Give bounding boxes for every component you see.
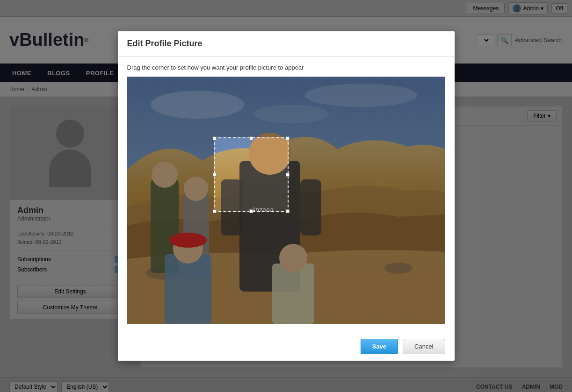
modal-instruction: Drag the corner to set how you want your… bbox=[127, 64, 445, 71]
crop-handle-bottomleft[interactable] bbox=[213, 209, 217, 213]
save-button[interactable]: Save bbox=[361, 339, 398, 354]
crop-handle-topleft[interactable] bbox=[213, 136, 217, 140]
svg-point-1 bbox=[151, 91, 244, 119]
crop-handle-middleright[interactable] bbox=[286, 173, 290, 177]
crop-handle-bottomright[interactable] bbox=[286, 209, 290, 213]
crop-handle-middleleft[interactable] bbox=[213, 173, 217, 177]
cancel-button[interactable]: Cancel bbox=[403, 339, 445, 354]
crop-handle-bottommiddle[interactable] bbox=[249, 209, 253, 213]
modal-header: Edit Profile Picture bbox=[118, 31, 455, 57]
svg-point-3 bbox=[253, 105, 328, 123]
svg-point-2 bbox=[305, 84, 417, 107]
crop-selection[interactable] bbox=[214, 137, 289, 212]
crop-handle-topmiddle[interactable] bbox=[249, 136, 253, 140]
modal-overlay: Edit Profile Picture Drag the corner to … bbox=[0, 0, 572, 392]
modal-title: Edit Profile Picture bbox=[127, 39, 445, 49]
photo-container[interactable]: Arizona bbox=[127, 77, 445, 324]
crop-handle-topright[interactable] bbox=[286, 136, 290, 140]
edit-profile-picture-modal: Edit Profile Picture Drag the corner to … bbox=[118, 31, 455, 361]
modal-body: Drag the corner to set how you want your… bbox=[118, 57, 455, 332]
modal-footer: Save Cancel bbox=[118, 332, 455, 361]
